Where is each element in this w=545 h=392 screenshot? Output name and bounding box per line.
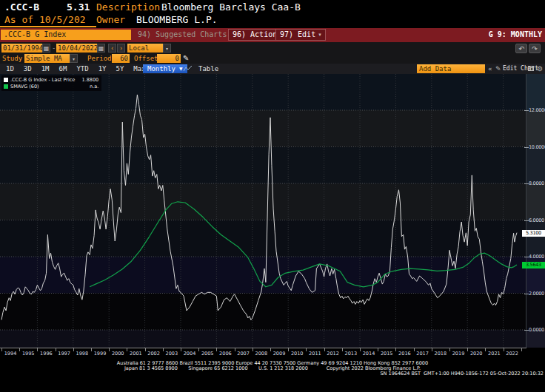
y-axis-band bbox=[526, 220, 545, 257]
tab-range-3d[interactable]: 3D bbox=[24, 64, 32, 73]
tab-range-1m[interactable]: 1M bbox=[41, 64, 50, 73]
asof-label: As of 10/5/202 bbox=[4, 14, 86, 25]
x-axis-year-label: 2007 bbox=[235, 351, 253, 356]
bloomberg-terminal-window: .CCC-B 5.31 Description Bloomberg Barcla… bbox=[0, 0, 545, 392]
security-input[interactable]: .CCC-B G Index bbox=[1, 30, 131, 40]
chart-band bbox=[0, 330, 526, 348]
tab-range-5y[interactable]: 5Y bbox=[116, 64, 124, 73]
currency-select[interactable]: Local CCY bbox=[127, 44, 165, 53]
x-axis-year-label: 2004 bbox=[181, 351, 198, 356]
function-name-label: G 9: MONTHLY bbox=[489, 30, 542, 38]
x-axis-year-label: 2016 bbox=[395, 351, 413, 356]
x-axis-year-label: 2013 bbox=[342, 351, 360, 356]
y-axis-label: 0.0000 bbox=[529, 328, 545, 333]
tab-range-ytd[interactable]: YTD bbox=[76, 64, 88, 73]
chart-band bbox=[0, 257, 526, 294]
y-axis[interactable]: 0.00002.00004.00006.00008.000010.000012.… bbox=[526, 74, 545, 348]
x-axis-year-label: 1994 bbox=[1, 351, 19, 356]
security-price: 5.31 bbox=[67, 1, 90, 13]
period-input[interactable]: 60 bbox=[112, 54, 130, 63]
smavg-badge: 3.5643 bbox=[522, 262, 545, 268]
y-axis-band bbox=[526, 183, 545, 220]
chart-toolbar: 01/31/1994 ▦ - 10/04/2022 ▦ ‹ › Local CC… bbox=[0, 42, 545, 64]
y-axis-label: 2.0000 bbox=[529, 291, 545, 297]
edit-button[interactable]: 97) Edit ▾ bbox=[275, 29, 326, 41]
x-axis-year-label: 2006 bbox=[216, 351, 234, 356]
x-axis-year-label: 2000 bbox=[109, 351, 127, 356]
tab-range-1d[interactable]: 1D bbox=[6, 64, 14, 73]
line-chart-type-icon[interactable] bbox=[183, 65, 193, 72]
x-axis-year-label: 2014 bbox=[360, 351, 378, 356]
chart-band bbox=[0, 110, 526, 147]
caret-down-icon: ▼ bbox=[179, 64, 183, 73]
range-tab-bar: 1D3D1M6MYTD1Y5YMax Monthly ▼ Table Add D… bbox=[0, 64, 545, 74]
security-field-underline bbox=[0, 26, 96, 27]
offset-input[interactable]: 0 bbox=[157, 54, 181, 63]
menu-bar: .CCC-B G Index 94) Suggested Charts 96) … bbox=[0, 28, 545, 42]
chevron-left-icon[interactable]: ‹ bbox=[108, 44, 116, 53]
owner-label: Owner bbox=[96, 14, 125, 25]
calendar-icon[interactable]: ▦ bbox=[97, 44, 105, 53]
annotate-pencil-icon[interactable]: ✎ bbox=[183, 54, 189, 63]
calendar-icon[interactable]: ▦ bbox=[42, 44, 50, 53]
chevron-right-icon[interactable]: › bbox=[117, 44, 125, 53]
offset-label: Offset bbox=[134, 54, 158, 63]
owner-value: BLOOMBERG L.P. bbox=[136, 14, 218, 25]
x-axis-year-label: 2017 bbox=[414, 351, 432, 356]
chart-band bbox=[0, 183, 526, 220]
tab-table[interactable]: Table bbox=[198, 64, 218, 73]
undo-button[interactable]: ↶ bbox=[515, 44, 527, 53]
date-range-dash: - bbox=[52, 44, 56, 53]
suggested-charts-button[interactable]: 94) Suggested Charts bbox=[138, 30, 227, 38]
chart-legend: .CCC-B G Index - Last Price 1.8800 SMAVG… bbox=[1, 75, 101, 91]
series-swatch-white bbox=[4, 78, 8, 82]
y-axis-label: 10.0000 bbox=[529, 145, 545, 150]
study-select[interactable]: Simple MA bbox=[24, 54, 72, 63]
add-data-input[interactable]: Add Data bbox=[417, 64, 485, 73]
y-axis-label: 12.0000 bbox=[529, 108, 545, 113]
legend-item-last-price[interactable]: .CCC-B G Index - Last Price bbox=[4, 77, 75, 83]
frequency-select[interactable]: Monthly ▼ bbox=[143, 64, 187, 73]
date-to-input[interactable]: 10/04/2022 bbox=[56, 44, 99, 53]
x-axis[interactable]: 1994199519961997199819992000200120022003… bbox=[0, 348, 545, 360]
collapse-panel-icon[interactable]: « bbox=[488, 64, 492, 73]
legend-item-smavg[interactable]: SMAVG (60) bbox=[4, 84, 75, 89]
x-axis-year-label: 2002 bbox=[145, 351, 163, 356]
x-axis-year-label: 1999 bbox=[91, 351, 109, 356]
x-axis-year-label: 2020 bbox=[467, 351, 485, 356]
x-axis-year-label: 2003 bbox=[163, 351, 181, 356]
tab-range-6m[interactable]: 6M bbox=[59, 64, 67, 73]
x-axis-year-label: 2012 bbox=[324, 351, 342, 356]
gear-icon[interactable]: ⚙ bbox=[537, 64, 543, 73]
caret-down-icon[interactable]: ▾ bbox=[163, 44, 171, 53]
redo-button[interactable]: ↷ bbox=[529, 44, 541, 53]
tab-range-1y[interactable]: 1Y bbox=[98, 64, 107, 73]
pop-out-window-icon[interactable] bbox=[528, 66, 534, 71]
pencil-icon[interactable]: ✎ bbox=[495, 64, 501, 73]
x-axis-year-label: 2010 bbox=[288, 351, 306, 356]
series-swatch-green bbox=[4, 84, 8, 89]
caret-down-icon: ▾ bbox=[318, 30, 321, 40]
range-tabs: 1D3D1M6MYTD1Y5YMax bbox=[6, 64, 146, 73]
chart-band bbox=[0, 220, 526, 257]
y-axis-label: 4.0000 bbox=[529, 254, 545, 260]
title-bar: .CCC-B 5.31 Description Bloomberg Barcla… bbox=[0, 0, 545, 26]
description-value: Bloomberg Barclays Caa-B bbox=[161, 1, 301, 13]
price-chart-plot[interactable] bbox=[0, 74, 526, 348]
y-axis-band bbox=[526, 147, 545, 184]
chart-band bbox=[0, 147, 526, 184]
study-label: Study bbox=[2, 54, 22, 63]
y-axis-label: 6.0000 bbox=[529, 218, 545, 223]
x-axis-year-label: 1997 bbox=[56, 351, 73, 356]
x-axis-year-label: 2008 bbox=[253, 351, 270, 356]
x-axis-year-label: 2001 bbox=[127, 351, 144, 356]
legend-value-last-price: 1.8800 bbox=[75, 77, 98, 83]
caret-down-icon[interactable]: ▾ bbox=[70, 54, 78, 63]
date-from-input[interactable]: 01/31/1994 bbox=[1, 44, 44, 53]
x-axis-year-label: 2005 bbox=[198, 351, 216, 356]
y-axis-label: 8.0000 bbox=[529, 181, 545, 186]
y-axis-band bbox=[526, 74, 545, 110]
x-tick-mark bbox=[521, 348, 522, 351]
legend-value-smavg: n.a. bbox=[75, 84, 98, 89]
period-label: Period bbox=[87, 54, 112, 63]
